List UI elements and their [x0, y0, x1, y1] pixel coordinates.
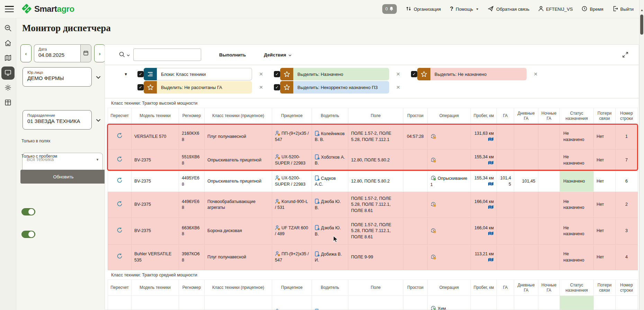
filter-chip-highlight[interactable]: Выделить: Назначено [280, 68, 389, 80]
actions-menu-button[interactable]: Действия [264, 52, 292, 57]
recalc-icon[interactable] [108, 171, 132, 192]
cell-field: ПОЛЕ 1.57-2, ПОЛЕ 5.28, ПОЛЕ 7.112.1, ПО… [348, 192, 403, 218]
chip-close-icon[interactable]: × [259, 83, 263, 91]
column-header[interactable]: Модель техники [132, 280, 179, 296]
menu-time[interactable]: Время [582, 6, 603, 12]
track-map-icon[interactable] [488, 137, 494, 142]
column-header[interactable]: Дневные ГА [514, 280, 538, 296]
entity-select[interactable]: Юр.лицо ДЕМО ФЕРМЫ [23, 67, 92, 87]
column-header[interactable]: Ночные ГА [538, 108, 560, 124]
filter-chip-block[interactable]: Блоки: Класс техники [144, 68, 252, 80]
track-map-icon[interactable] [488, 161, 494, 166]
column-header[interactable]: Пересчет [108, 280, 132, 296]
menu-logout[interactable]: Выйти [612, 6, 634, 12]
chip-close-icon[interactable]: × [533, 70, 538, 78]
column-header[interactable]: ГА [497, 280, 514, 296]
notifications-button[interactable]: 0 [382, 4, 397, 14]
column-header[interactable]: Прицепное [272, 108, 312, 124]
toggle-only-in-fields[interactable] [21, 208, 35, 215]
column-header[interactable]: Водитель [312, 280, 348, 296]
cell-operation: Хим. Обработка по вегет. [428, 296, 471, 310]
recalc-icon[interactable] [108, 245, 132, 270]
chip-close-icon[interactable]: × [259, 70, 263, 78]
column-header[interactable]: Статус назначения [560, 108, 594, 124]
column-header[interactable]: Номер строки [616, 108, 638, 124]
column-header[interactable]: Статус назначения [560, 280, 594, 296]
sync-icon [406, 6, 411, 12]
date-next-button[interactable]: › [94, 44, 105, 62]
column-header[interactable]: Дневные ГА [514, 108, 538, 124]
execute-button[interactable]: Выполнить [219, 52, 246, 57]
column-header[interactable]: Потери связи [594, 280, 616, 296]
column-header[interactable]: Пересчет [108, 108, 132, 124]
chip-close-icon[interactable]: × [396, 83, 401, 91]
menu-help[interactable]: ? Помощь ▼ [450, 6, 479, 12]
column-header[interactable]: ГА [497, 108, 514, 124]
column-header[interactable]: Пробег, км [471, 280, 497, 296]
filter-chip-highlight[interactable]: Выделить: Некорректно назначено ПЗ [280, 81, 389, 94]
date-prev-button[interactable]: ‹ [20, 44, 32, 62]
search-options-button[interactable] [119, 51, 130, 59]
chip-checkbox[interactable]: ✓ [274, 71, 280, 77]
column-header[interactable]: Простои [403, 280, 428, 296]
sidebar-item-monitor[interactable] [1, 67, 15, 80]
column-header[interactable]: Операция [428, 280, 471, 296]
calendar-button[interactable] [80, 44, 91, 62]
track-map-icon[interactable] [488, 258, 494, 263]
recalc-icon[interactable] [108, 192, 132, 218]
column-header[interactable]: Класс техники (прицепное) [205, 280, 272, 296]
app-logo[interactable]: Smartagro [21, 3, 74, 15]
recalc-icon[interactable] [108, 150, 132, 171]
column-header[interactable]: Регномер [179, 108, 205, 124]
column-header[interactable]: Поле [348, 280, 403, 296]
sidebar-item-analytics[interactable] [1, 22, 15, 35]
scrollbar-thumb[interactable] [640, 15, 643, 35]
vertical-scrollbar[interactable]: ▲ [639, 0, 644, 310]
dispatch-table: ПересчетМодель техникиРегномерКласс техн… [108, 280, 638, 310]
column-header[interactable]: Номер строки [616, 280, 638, 296]
filter-chip-highlight[interactable]: Выделить: Не рассчитаны ГА [144, 81, 252, 94]
column-header[interactable]: Поле [348, 108, 403, 124]
recalc-icon[interactable] [108, 124, 132, 150]
track-map-icon[interactable] [488, 182, 494, 187]
chip-checkbox[interactable]: ✓ [411, 71, 417, 77]
track-map-icon[interactable] [488, 231, 494, 236]
chip-close-icon[interactable]: × [396, 70, 401, 78]
hamburger-menu-icon[interactable] [5, 6, 14, 12]
sidebar-item-settings[interactable] [1, 81, 15, 95]
date-field[interactable]: Дата 04.08.2025 [34, 44, 80, 62]
recalc-icon[interactable] [108, 218, 132, 245]
chip-checkbox[interactable]: ✓ [137, 71, 144, 77]
menu-feedback[interactable]: Обратная связь [488, 6, 529, 12]
refresh-button[interactable]: Обновить [20, 170, 106, 184]
toggle-only-with-mileage[interactable] [21, 231, 35, 238]
column-header[interactable]: Водитель [312, 108, 348, 124]
column-header[interactable]: Класс техники (прицепное) [205, 108, 272, 124]
column-header[interactable]: Регномер [179, 280, 205, 296]
cell-driver: Дзюба Ю. В. [312, 218, 348, 245]
maximize-icon[interactable] [622, 52, 628, 59]
scroll-up-icon[interactable]: ▲ [639, 8, 644, 12]
sidebar-item-reports[interactable] [1, 96, 15, 109]
menu-organization[interactable]: Организация [406, 6, 441, 12]
chip-checkbox[interactable]: ✓ [137, 84, 144, 90]
search-input[interactable] [133, 48, 201, 61]
column-header[interactable]: Прицепное [272, 280, 312, 296]
filter-chip-highlight[interactable]: Выделить: Не назначено [417, 68, 527, 80]
division-select[interactable]: Подразделение 01 ЗВЕЗДА ТЕХНИКА [23, 110, 92, 130]
recalc-icon[interactable] [108, 296, 132, 310]
column-header[interactable]: Простои [403, 108, 428, 124]
column-header[interactable]: Операция [428, 108, 471, 124]
sidebar-item-map[interactable] [1, 52, 15, 65]
sidebar-item-home[interactable] [1, 37, 15, 50]
collapse-triangle-icon[interactable]: ▼ [124, 72, 137, 76]
track-map-icon[interactable] [488, 205, 494, 210]
report-card: Выполнить Действия ▼✓Блоки: Класс техник… [105, 44, 639, 310]
column-header[interactable]: Модель техники [132, 108, 179, 124]
column-header[interactable]: Пробег, км [471, 108, 497, 124]
column-header[interactable]: Потери связи [594, 108, 616, 124]
column-header[interactable]: Ночные ГА [538, 280, 560, 296]
chip-checkbox[interactable]: ✓ [274, 84, 280, 90]
menu-user[interactable]: EFTENIJ_VS [538, 6, 573, 12]
dispatch-table: ПересчетМодель техникиРегномерКласс техн… [108, 108, 638, 270]
